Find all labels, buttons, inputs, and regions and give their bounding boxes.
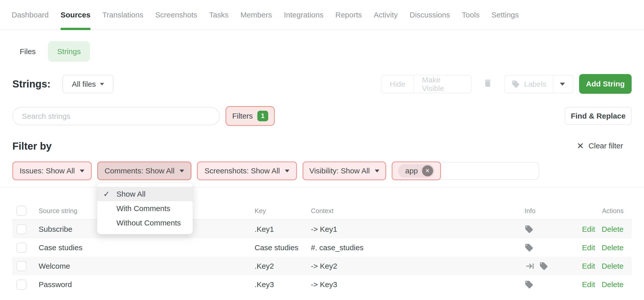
actions-cell: Edit Delete <box>588 243 632 252</box>
add-string-button[interactable]: Add String <box>579 74 632 94</box>
table-row: Welcome .Key2 -> Key2 Edit Delete <box>12 257 632 275</box>
filters-button-label: Filters <box>232 112 253 120</box>
row-checkbox[interactable] <box>16 243 27 253</box>
context-cell: -> Key1 <box>311 225 525 234</box>
labels-button[interactable]: Labels <box>505 75 553 93</box>
filter-comments-label: Comments: Show All <box>105 167 175 175</box>
labels-button-label: Labels <box>524 80 546 88</box>
nav-item-screenshots[interactable]: Screenshots <box>155 0 197 30</box>
tab-strings[interactable]: Strings <box>48 41 90 62</box>
source-string-cell: Case studies <box>39 243 255 252</box>
row-checkbox[interactable] <box>16 280 27 290</box>
column-header-key: Key <box>255 207 311 215</box>
visibility-actions-group: Hide Make Visible <box>381 75 472 93</box>
column-header-info: Info <box>525 207 588 215</box>
filters-button[interactable]: Filters 1 <box>226 106 275 126</box>
chevron-down-icon <box>375 170 379 172</box>
active-tab-underline <box>61 28 90 30</box>
hide-button[interactable]: Hide <box>382 75 413 93</box>
remove-label-button[interactable]: ✕ <box>422 165 433 176</box>
filter-by-title: Filter by <box>12 141 52 152</box>
make-visible-button[interactable]: Make Visible <box>413 75 471 93</box>
trash-icon <box>483 77 492 89</box>
menu-item-with-comments-label: With Comments <box>116 204 170 213</box>
tag-icon <box>525 280 534 289</box>
tag-icon <box>525 243 534 252</box>
close-icon: ✕ <box>425 168 430 174</box>
menu-item-with-comments[interactable]: With Comments <box>97 201 193 216</box>
key-cell: .Key3 <box>255 280 311 289</box>
chevron-down-icon <box>285 170 289 172</box>
nav-item-integrations[interactable]: Integrations <box>284 0 324 30</box>
nav-item-sources-label: Sources <box>61 11 90 19</box>
nav-item-activity[interactable]: Activity <box>374 0 398 30</box>
clear-filter-label: Clear filter <box>588 142 623 150</box>
menu-item-without-comments[interactable]: Without Comments <box>97 216 193 230</box>
actions-cell: Edit Delete <box>588 262 632 270</box>
chevron-down-icon <box>100 83 104 85</box>
find-replace-button[interactable]: Find & Replace <box>565 107 632 125</box>
table-row: Case studies Case studies #. case_studie… <box>12 238 632 257</box>
label-filter-input[interactable]: app ✕ <box>392 161 539 180</box>
search-input[interactable] <box>12 107 220 125</box>
sources-strings-page: Dashboard Sources Translations Screensho… <box>0 0 644 300</box>
filter-issues-label: Issues: Show All <box>20 167 75 175</box>
filter-issues-dropdown[interactable]: Issues: Show All <box>12 161 92 180</box>
chevron-down-icon <box>80 170 84 172</box>
menu-item-show-all[interactable]: ✓ Show All <box>97 187 193 201</box>
label-filter-active-box: app ✕ <box>392 161 441 180</box>
actions-cell: Edit Delete <box>588 225 632 234</box>
labels-split-button: Labels <box>504 75 573 93</box>
delete-link[interactable]: Delete <box>602 225 624 234</box>
source-string-cell: Welcome <box>39 262 255 270</box>
delete-strings-button[interactable] <box>483 77 494 90</box>
filter-comments-dropdown[interactable]: Comments: Show All <box>97 161 191 180</box>
nav-item-tasks[interactable]: Tasks <box>209 0 229 30</box>
edit-link[interactable]: Edit <box>582 225 595 234</box>
nav-item-sources[interactable]: Sources <box>61 0 90 30</box>
file-filter-dropdown[interactable]: All files <box>62 75 113 93</box>
delete-link[interactable]: Delete <box>602 262 624 270</box>
clear-filter-button[interactable]: ✕ Clear filter <box>577 142 623 150</box>
app-label-text: app <box>405 167 418 175</box>
nav-item-reports[interactable]: Reports <box>335 0 362 30</box>
key-cell: .Key1 <box>255 225 311 234</box>
nav-item-tools[interactable]: Tools <box>462 0 480 30</box>
edit-link[interactable]: Edit <box>582 280 595 289</box>
tag-icon <box>525 225 534 234</box>
menu-item-without-comments-label: Without Comments <box>116 219 181 227</box>
actions-cell: Edit Delete <box>588 280 632 289</box>
info-cell <box>525 243 588 252</box>
edit-link[interactable]: Edit <box>582 243 595 252</box>
select-all-checkbox[interactable] <box>16 206 27 216</box>
source-string-cell: Password <box>39 280 255 289</box>
app-label-chip: app ✕ <box>398 164 434 178</box>
context-cell: -> Key3 <box>311 280 525 289</box>
info-cell <box>525 280 588 289</box>
row-checkbox[interactable] <box>16 224 27 234</box>
filter-screenshots-dropdown[interactable]: Screenshots: Show All <box>197 161 297 180</box>
arrow-bar-icon <box>525 262 536 271</box>
file-filter-value: All files <box>72 80 96 88</box>
filters-count-badge: 1 <box>257 111 268 121</box>
nav-item-settings[interactable]: Settings <box>491 0 519 30</box>
filter-visibility-dropdown[interactable]: Visibility: Show All <box>303 161 386 180</box>
page-title: Strings: <box>12 78 51 90</box>
key-cell: .Key2 <box>255 262 311 270</box>
menu-item-show-all-label: Show All <box>116 190 145 198</box>
tab-files[interactable]: Files <box>20 47 36 56</box>
context-cell: #. case_studies <box>311 243 525 252</box>
filter-visibility-label: Visibility: Show All <box>309 167 370 175</box>
edit-link[interactable]: Edit <box>582 262 595 270</box>
filter-chips-row: Issues: Show All Comments: Show All Scre… <box>12 161 539 180</box>
info-cell <box>525 262 588 271</box>
row-checkbox[interactable] <box>16 261 27 271</box>
labels-caret-button[interactable] <box>553 75 572 93</box>
delete-link[interactable]: Delete <box>602 243 624 252</box>
nav-item-discussions[interactable]: Discussions <box>410 0 450 30</box>
delete-link[interactable]: Delete <box>602 280 624 289</box>
column-header-actions: Actions <box>588 207 632 215</box>
nav-item-dashboard[interactable]: Dashboard <box>12 0 49 30</box>
nav-item-members[interactable]: Members <box>240 0 272 30</box>
nav-item-translations[interactable]: Translations <box>102 0 143 30</box>
